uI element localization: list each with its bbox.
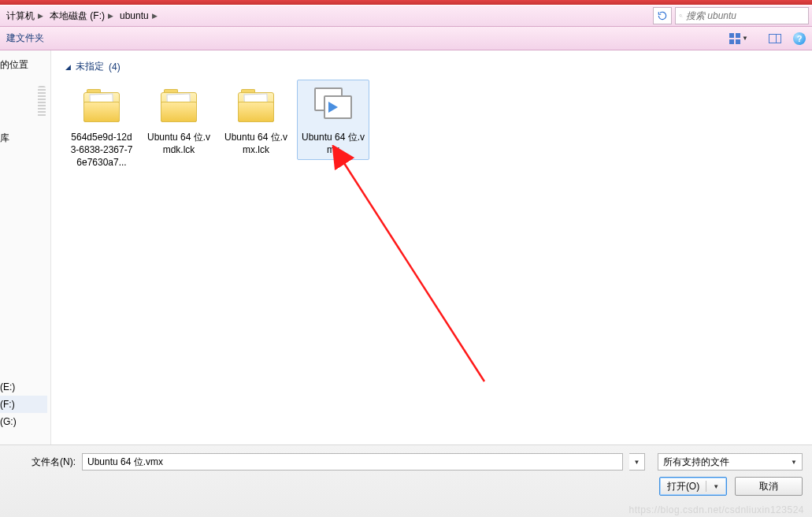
tiles-icon — [729, 33, 740, 44]
filename-dropdown-button[interactable]: ▼ — [629, 453, 645, 471]
search-icon — [679, 11, 683, 20]
file-label: Ubuntu 64 位.vmx — [299, 131, 367, 156]
filter-label: 所有支持的文件 — [663, 456, 729, 469]
breadcrumb-label: 计算机 — [6, 9, 35, 23]
vmx-file-icon — [311, 84, 355, 128]
sidebar-drive-g[interactable]: (G:) — [0, 413, 47, 430]
file-item[interactable]: Ubuntu 64 位.vmx.lck — [220, 80, 292, 160]
chevron-right-icon: ▶ — [152, 12, 158, 20]
file-label: 564d5e9d-12d3-6838-2367-76e7630a7... — [68, 131, 135, 169]
pane-icon — [769, 34, 781, 43]
titlebar-fragment — [0, 0, 812, 5]
svg-point-0 — [680, 14, 682, 17]
chevron-down-icon: ▼ — [742, 35, 748, 42]
annotation-arrow — [327, 145, 516, 397]
svg-line-2 — [343, 161, 484, 381]
chevron-right-icon: ▶ — [108, 12, 113, 20]
chevron-right-icon: ▶ — [38, 12, 43, 20]
filename-label: 文件名(N): — [32, 456, 76, 469]
folder-icon — [234, 84, 278, 128]
file-item-selected[interactable]: Ubuntu 64 位.vmx — [297, 80, 369, 160]
bottom-panel: 文件名(N): ▼ 所有支持的文件 ▼ 打开(O) ▼ 取消 https://b… — [0, 444, 812, 517]
file-item[interactable]: Ubuntu 64 位.vmdk.lck — [143, 80, 215, 160]
sidebar-drive-e[interactable]: (E:) — [0, 378, 47, 396]
breadcrumb-computer[interactable]: 计算机 ▶ — [3, 7, 46, 24]
breadcrumb-label: ubuntu — [120, 10, 149, 21]
address-bar: 计算机 ▶ 本地磁盘 (F:) ▶ ubuntu ▶ — [0, 5, 812, 27]
open-button[interactable]: 打开(O) ▼ — [659, 477, 727, 496]
cancel-button-label: 取消 — [759, 480, 778, 493]
filetype-filter-select[interactable]: 所有支持的文件 ▼ — [658, 453, 803, 471]
chevron-down-icon: ▼ — [634, 459, 640, 466]
chevron-down-icon: ▼ — [713, 483, 719, 490]
file-label: Ubuntu 64 位.vmdk.lck — [145, 131, 213, 156]
file-label: Ubuntu 64 位.vmx.lck — [222, 131, 290, 156]
file-item[interactable]: 564d5e9d-12d3-6838-2367-76e7630a7... — [65, 80, 138, 173]
filename-input[interactable] — [82, 453, 623, 471]
group-header[interactable]: ◢ 未指定 (4) — [65, 60, 798, 73]
refresh-icon — [657, 10, 668, 21]
sidebar-item-favorites[interactable]: 的位置 — [0, 55, 47, 75]
help-button[interactable]: ? — [793, 32, 806, 45]
view-mode-button[interactable]: ▼ — [721, 30, 757, 47]
folder-icon — [157, 84, 201, 128]
breadcrumb-label: 本地磁盘 (F:) — [50, 9, 105, 23]
refresh-button[interactable] — [653, 7, 672, 24]
open-button-label: 打开(O) — [667, 480, 699, 493]
breadcrumb-folder[interactable]: ubuntu ▶ — [117, 7, 161, 24]
file-list-area: ◢ 未指定 (4) 564d5e9d-12d3-6838-2367-76e763… — [51, 50, 812, 444]
sidebar: 的位置 库 (E:) (F:) (G:) — [0, 50, 51, 444]
collapse-chevron-icon: ◢ — [65, 63, 71, 71]
watermark-text: https://blog.csdn.net/csdnliuxin123524 — [629, 504, 804, 515]
new-folder-button[interactable]: 建文件夹 — [0, 29, 50, 47]
search-box[interactable] — [675, 7, 809, 24]
folder-icon — [80, 84, 124, 128]
search-input[interactable] — [686, 10, 805, 21]
svg-line-1 — [681, 17, 682, 17]
sidebar-drive-f[interactable]: (F:) — [0, 396, 47, 413]
sidebar-item-libraries[interactable]: 库 — [0, 128, 47, 148]
preview-pane-button[interactable] — [762, 30, 788, 47]
split-divider — [706, 481, 706, 492]
group-count: (4) — [109, 61, 121, 73]
sidebar-grip[interactable] — [38, 86, 46, 117]
group-name: 未指定 — [76, 60, 104, 73]
chevron-down-icon: ▼ — [791, 459, 797, 466]
cancel-button[interactable]: 取消 — [735, 477, 803, 496]
breadcrumb-drive[interactable]: 本地磁盘 (F:) ▶ — [46, 7, 117, 24]
toolbar: 建文件夹 ▼ ? — [0, 27, 812, 50]
